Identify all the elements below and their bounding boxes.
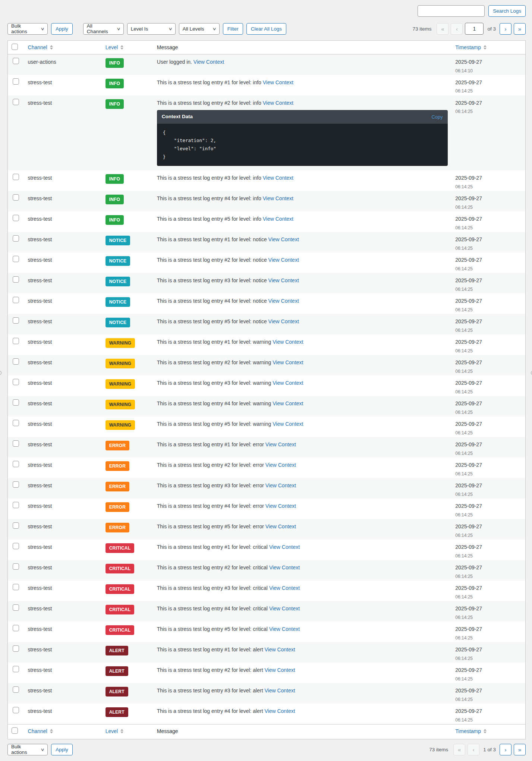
channels-filter-select[interactable]: All Channels ∨ (83, 23, 124, 35)
view-context-link[interactable]: View Context (268, 236, 299, 242)
sort-level-header[interactable]: Level (106, 44, 123, 50)
view-context-link[interactable]: View Context (263, 100, 293, 106)
log-row: stress-test ALERT This is a stress test … (8, 683, 526, 704)
row-checkbox[interactable] (13, 461, 19, 467)
row-checkbox[interactable] (13, 317, 19, 324)
view-context-link[interactable]: View Context (265, 503, 296, 509)
view-context-link[interactable]: View Context (273, 421, 303, 427)
row-checkbox[interactable] (13, 379, 19, 385)
view-context-link[interactable]: View Context (265, 462, 296, 468)
apply-button[interactable]: Apply (51, 23, 73, 35)
row-checkbox[interactable] (13, 584, 19, 590)
row-checkbox[interactable] (13, 707, 19, 713)
row-checkbox[interactable] (13, 502, 19, 508)
view-context-link[interactable]: View Context (264, 647, 295, 652)
level-badge: WARNING (106, 400, 135, 409)
view-context-link[interactable]: View Context (269, 626, 300, 632)
log-row: stress-test ALERT This is a stress test … (8, 642, 526, 663)
row-checkbox[interactable] (13, 338, 19, 344)
row-checkbox[interactable] (13, 543, 19, 549)
view-context-link[interactable]: View Context (263, 195, 293, 201)
timestamp-date: 2025-09-27 (455, 298, 522, 305)
level-badge: ERROR (106, 461, 129, 471)
view-context-link[interactable]: View Context (264, 708, 295, 714)
level-operator-select[interactable]: Level Is ∨ (127, 23, 176, 35)
row-checkbox[interactable] (13, 58, 19, 64)
view-context-link[interactable]: View Context (273, 400, 303, 406)
next-page-button[interactable]: › (500, 744, 511, 755)
row-checkbox[interactable] (13, 235, 19, 242)
view-context-link[interactable]: View Context (268, 257, 299, 263)
view-context-link[interactable]: View Context (193, 59, 224, 65)
row-checkbox[interactable] (13, 99, 19, 105)
search-input[interactable] (418, 5, 485, 17)
levels-filter-select[interactable]: All Levels ∨ (179, 23, 220, 35)
view-context-link[interactable]: View Context (265, 523, 296, 529)
row-checkbox[interactable] (13, 563, 19, 570)
view-context-link[interactable]: View Context (269, 585, 300, 591)
timestamp-time: 06:14:25 (455, 573, 522, 579)
sort-channel-header[interactable]: Channel (28, 728, 53, 734)
apply-button[interactable]: Apply (51, 744, 73, 755)
view-context-link[interactable]: View Context (264, 667, 295, 673)
prev-page-button[interactable]: ‹ (468, 744, 479, 755)
row-checkbox[interactable] (13, 645, 19, 652)
row-checkbox[interactable] (13, 604, 19, 611)
timestamp-time: 06:14:25 (455, 430, 522, 436)
search-logs-button[interactable]: Search Logs (488, 5, 526, 17)
log-row: stress-test ERROR This is a stress test … (8, 457, 526, 478)
row-checkbox[interactable] (13, 481, 19, 488)
view-context-link[interactable]: View Context (263, 216, 293, 222)
select-all-checkbox[interactable] (12, 727, 18, 734)
sort-timestamp-header[interactable]: Timestamp (455, 728, 487, 734)
first-page-button[interactable]: « (437, 23, 448, 35)
bulk-actions-value: Bulk actions (11, 23, 38, 34)
view-context-link[interactable]: View Context (263, 175, 293, 181)
row-checkbox[interactable] (13, 625, 19, 631)
first-page-button[interactable]: « (453, 744, 465, 755)
row-checkbox[interactable] (13, 666, 19, 672)
view-context-link[interactable]: View Context (269, 606, 300, 611)
current-page-input[interactable] (465, 23, 484, 35)
bulk-actions-select[interactable]: Bulk actions ∨ (7, 744, 48, 755)
sort-timestamp-header[interactable]: Timestamp (455, 44, 487, 50)
view-context-link[interactable]: View Context (264, 688, 295, 694)
view-context-link[interactable]: View Context (263, 79, 293, 85)
view-context-link[interactable]: View Context (265, 441, 296, 447)
row-checkbox[interactable] (13, 420, 19, 426)
view-context-link[interactable]: View Context (269, 565, 300, 570)
view-context-link[interactable]: View Context (268, 277, 299, 283)
row-checkbox[interactable] (13, 297, 19, 303)
view-context-link[interactable]: View Context (273, 339, 303, 345)
row-checkbox[interactable] (13, 522, 19, 529)
view-context-link[interactable]: View Context (273, 359, 303, 365)
sort-channel-header[interactable]: Channel (28, 44, 53, 50)
last-page-button[interactable]: » (514, 744, 526, 755)
row-checkbox[interactable] (13, 256, 19, 262)
log-row: stress-test WARNING This is a stress tes… (8, 334, 526, 355)
row-checkbox[interactable] (13, 358, 19, 365)
view-context-link[interactable]: View Context (268, 318, 299, 324)
log-viewer-page: Search Logs Bulk actions ∨ Apply All Cha… (0, 0, 532, 755)
row-checkbox[interactable] (13, 194, 19, 201)
view-context-link[interactable]: View Context (268, 298, 299, 304)
row-checkbox[interactable] (13, 276, 19, 283)
clear-all-logs-button[interactable]: Clear All Logs (246, 23, 286, 35)
row-checkbox[interactable] (13, 174, 19, 180)
row-checkbox[interactable] (13, 399, 19, 406)
row-checkbox[interactable] (13, 440, 19, 447)
select-all-checkbox[interactable] (12, 44, 18, 50)
prev-page-button[interactable]: ‹ (451, 23, 463, 35)
view-context-link[interactable]: View Context (273, 380, 303, 386)
row-checkbox[interactable] (13, 686, 19, 693)
filter-button[interactable]: Filter (223, 23, 243, 35)
sort-level-header[interactable]: Level (106, 728, 123, 734)
bulk-actions-select[interactable]: Bulk actions ∨ (7, 23, 48, 35)
row-checkbox[interactable] (13, 215, 19, 221)
last-page-button[interactable]: » (514, 23, 526, 35)
next-page-button[interactable]: › (500, 23, 511, 35)
view-context-link[interactable]: View Context (269, 544, 300, 550)
row-checkbox[interactable] (13, 78, 19, 85)
view-context-link[interactable]: View Context (265, 482, 296, 488)
copy-button[interactable]: Copy (431, 114, 443, 120)
